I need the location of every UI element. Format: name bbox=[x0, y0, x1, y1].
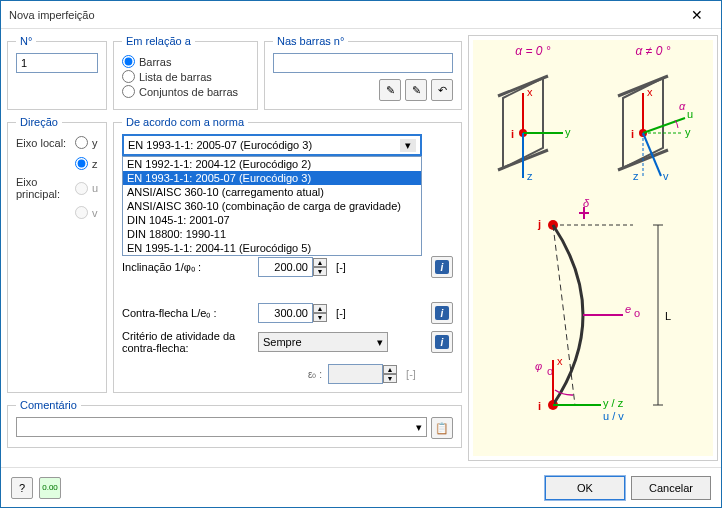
norma-option-4[interactable]: DIN 1045-1: 2001-07 bbox=[123, 213, 421, 227]
comentario-combo[interactable]: ▾ bbox=[16, 417, 427, 437]
window-title: Nova imperfeição bbox=[9, 9, 681, 21]
cancel-button[interactable]: Cancelar bbox=[631, 476, 711, 500]
contra-flecha-input[interactable] bbox=[258, 303, 313, 323]
alpha-eq-label: α = 0 ° bbox=[515, 44, 550, 58]
svg-text:x: x bbox=[527, 86, 533, 98]
inclinacao-label: Inclinação 1/φ₀ : bbox=[122, 261, 252, 274]
svg-text:L: L bbox=[665, 310, 671, 322]
radio-z-label: z bbox=[92, 158, 98, 170]
radio-v bbox=[75, 206, 88, 219]
group-relation-legend: Em relação a bbox=[122, 35, 195, 47]
norma-option-5[interactable]: DIN 18800: 1990-11 bbox=[123, 227, 421, 241]
svg-text:α: α bbox=[679, 100, 686, 112]
svg-text:v: v bbox=[663, 170, 669, 182]
radio-barras[interactable] bbox=[122, 55, 135, 68]
eps-label: ε₀ : bbox=[122, 369, 322, 380]
inclinacao-info-button[interactable]: i bbox=[431, 256, 453, 278]
radio-z[interactable] bbox=[75, 157, 88, 170]
titlebar: Nova imperfeição ✕ bbox=[1, 1, 721, 29]
radio-y[interactable] bbox=[75, 136, 88, 149]
dialog-body: N° Em relação a Barras Lista de barras C… bbox=[1, 29, 721, 467]
spin-down-icon[interactable]: ▼ bbox=[313, 313, 327, 322]
group-norma: De acordo com a norma EN 1993-1-1: 2005-… bbox=[113, 116, 462, 393]
svg-text:j: j bbox=[537, 218, 541, 230]
svg-text:i: i bbox=[538, 400, 541, 412]
spin-up-icon[interactable]: ▲ bbox=[313, 304, 327, 313]
norma-option-3[interactable]: ANSI/AISC 360-10 (combinação de carga de… bbox=[123, 199, 421, 213]
inclinacao-input[interactable] bbox=[258, 257, 313, 277]
group-bars-legend: Nas barras n° bbox=[273, 35, 348, 47]
dialog-footer: ? 0.00 OK Cancelar bbox=[1, 467, 721, 507]
diagram-deflection: j i δ eo φo x y / z u / v bbox=[473, 195, 713, 435]
norma-option-6[interactable]: EN 1995-1-1: 2004-11 (Eurocódigo 5) bbox=[123, 241, 421, 255]
norma-option-0[interactable]: EN 1992-1-1: 2004-12 (Eurocódigo 2) bbox=[123, 157, 421, 171]
radio-y-label: y bbox=[92, 137, 98, 149]
criterio-value: Sempre bbox=[263, 336, 377, 348]
contra-flecha-spinner[interactable]: ▲▼ bbox=[258, 303, 327, 323]
svg-text:y: y bbox=[685, 126, 691, 138]
pick-bars-alt-button[interactable]: ✎ bbox=[405, 79, 427, 101]
comentario-pick-button[interactable]: 📋 bbox=[431, 417, 453, 439]
left-pane: N° Em relação a Barras Lista de barras C… bbox=[7, 35, 462, 461]
chevron-down-icon[interactable]: ▾ bbox=[416, 421, 422, 434]
eps-input bbox=[328, 364, 383, 384]
svg-text:y / z: y / z bbox=[603, 397, 624, 409]
info-icon: i bbox=[435, 260, 449, 274]
norma-selected: EN 1993-1-1: 2005-07 (Eurocódigo 3) bbox=[128, 139, 400, 151]
radio-lista[interactable] bbox=[122, 70, 135, 83]
norma-combo[interactable]: EN 1993-1-1: 2005-07 (Eurocódigo 3) ▾ EN… bbox=[122, 134, 422, 156]
spin-down-icon: ▼ bbox=[383, 374, 397, 383]
criterio-info-button[interactable]: i bbox=[431, 331, 453, 353]
radio-u bbox=[75, 182, 88, 195]
eixo-local-label: Eixo local: bbox=[16, 137, 71, 149]
svg-text:u: u bbox=[687, 108, 693, 120]
eps-spinner: ▲▼ bbox=[328, 364, 397, 384]
group-number-legend: N° bbox=[16, 35, 36, 47]
spin-up-icon: ▲ bbox=[383, 365, 397, 374]
dialog-window: Nova imperfeição ✕ N° Em relação a Barra… bbox=[0, 0, 722, 508]
undo-bars-button[interactable]: ↶ bbox=[431, 79, 453, 101]
criterio-combo[interactable]: Sempre ▾ bbox=[258, 332, 388, 352]
pick-bars-button[interactable]: ✎ bbox=[379, 79, 401, 101]
group-direction: Direção Eixo local: y z Eixo principal: … bbox=[7, 116, 107, 393]
spin-down-icon[interactable]: ▼ bbox=[313, 267, 327, 276]
contra-flecha-unit: [-] bbox=[333, 307, 349, 319]
bars-input[interactable] bbox=[273, 53, 453, 73]
diagram-pane: α = 0 ° x y z i bbox=[468, 35, 718, 461]
radio-barras-label: Barras bbox=[139, 56, 171, 68]
radio-conjuntos[interactable] bbox=[122, 85, 135, 98]
help-button[interactable]: ? bbox=[11, 477, 33, 499]
group-bars: Nas barras n° ✎ ✎ ↶ bbox=[264, 35, 462, 110]
number-input[interactable] bbox=[16, 53, 98, 73]
inclinacao-spinner[interactable]: ▲▼ bbox=[258, 257, 327, 277]
svg-text:φ: φ bbox=[535, 360, 542, 372]
spin-up-icon[interactable]: ▲ bbox=[313, 258, 327, 267]
chevron-down-icon[interactable]: ▾ bbox=[400, 139, 416, 152]
group-comentario: Comentário ▾ 📋 bbox=[7, 399, 462, 448]
svg-text:i: i bbox=[631, 128, 634, 140]
svg-text:u / v: u / v bbox=[603, 410, 624, 422]
ok-button[interactable]: OK bbox=[545, 476, 625, 500]
svg-text:y: y bbox=[565, 126, 571, 138]
norma-option-1[interactable]: EN 1993-1-1: 2005-07 (Eurocódigo 3) bbox=[123, 171, 421, 185]
group-comentario-legend: Comentário bbox=[16, 399, 81, 411]
eps-unit: [-] bbox=[403, 368, 419, 380]
criterio-label: Critério de atividade da contra-flecha: bbox=[122, 330, 252, 354]
radio-u-label: u bbox=[92, 182, 98, 194]
norma-option-2[interactable]: ANSI/AISC 360-10 (carregamento atual) bbox=[123, 185, 421, 199]
calc-button[interactable]: 0.00 bbox=[39, 477, 61, 499]
svg-text:δ: δ bbox=[583, 197, 590, 209]
group-relation: Em relação a Barras Lista de barras Conj… bbox=[113, 35, 258, 110]
group-direction-legend: Direção bbox=[16, 116, 62, 128]
diagram-alpha-zero: α = 0 ° x y z i bbox=[473, 40, 593, 195]
group-norma-legend: De acordo com a norma bbox=[122, 116, 248, 128]
chevron-down-icon[interactable]: ▾ bbox=[377, 336, 383, 349]
close-icon[interactable]: ✕ bbox=[681, 5, 713, 25]
alpha-neq-label: α ≠ 0 ° bbox=[636, 44, 671, 58]
radio-conjuntos-label: Conjuntos de barras bbox=[139, 86, 238, 98]
norma-dropdown-list: EN 1992-1-1: 2004-12 (Eurocódigo 2) EN 1… bbox=[122, 156, 422, 256]
svg-text:z: z bbox=[633, 170, 639, 182]
svg-text:x: x bbox=[647, 86, 653, 98]
svg-text:e: e bbox=[625, 303, 631, 315]
contra-flecha-info-button[interactable]: i bbox=[431, 302, 453, 324]
